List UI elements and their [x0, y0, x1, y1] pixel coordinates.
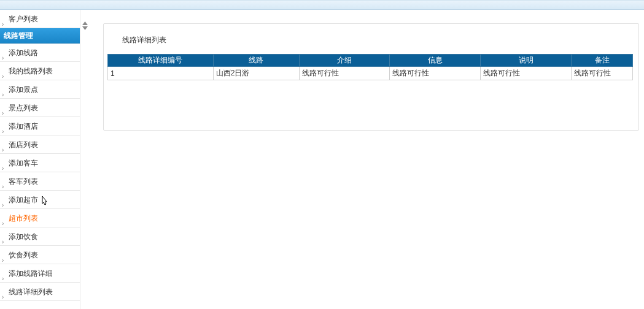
table-cell: 线路可行性 [572, 67, 633, 80]
table-header-3: 信息 [390, 55, 481, 67]
scroll-handle-icon[interactable] [82, 21, 88, 31]
chevron-right-icon: › [2, 251, 6, 255]
table-header-4: 说明 [481, 55, 572, 67]
sidebar-group-route-mgmt[interactable]: 线路管理 [0, 28, 80, 44]
sidebar-item-11[interactable]: ›饮食列表 [0, 246, 80, 264]
sidebar-item-4[interactable]: ›添加酒店 [0, 117, 80, 135]
panel-title: 线路详细列表 [104, 35, 638, 54]
sidebar-item-label: 添加线路详细 [9, 269, 53, 278]
table-header-0: 线路详细编号 [108, 55, 214, 67]
sidebar-item-label: 添加景点 [9, 85, 38, 94]
table-header-2: 介绍 [299, 55, 390, 67]
sidebar-item-10[interactable]: ›添加饮食 [0, 227, 80, 246]
app-page: › 客户列表 线路管理 ›添加线路›我的线路列表›添加景点›景点列表›添加酒店›… [0, 0, 644, 309]
sidebar-item-label: 添加饮食 [9, 232, 38, 241]
main-content: 线路详细列表 线路详细编号线路介绍信息说明备注 1山西2日游线路可行性线路可行性… [90, 10, 644, 309]
table-cell: 1 [108, 67, 214, 80]
chevron-right-icon: › [2, 288, 6, 292]
sidebar-item-label: 景点列表 [9, 104, 38, 112]
sidebar-item-8[interactable]: ›添加超市 [0, 191, 80, 209]
table-cell: 线路可行性 [390, 67, 481, 80]
table-cell: 山西2日游 [213, 67, 299, 80]
chevron-right-icon: › [2, 178, 6, 181]
sidebar-item-customer-list[interactable]: › 客户列表 [0, 10, 80, 28]
pane-divider [80, 10, 90, 309]
sidebar-item-label: 添加线路 [9, 48, 38, 57]
sidebar-item-label: 添加超市 [9, 196, 38, 204]
chevron-right-icon: › [2, 86, 6, 90]
sidebar-item-label: 客户列表 [9, 15, 38, 23]
chevron-right-icon: › [2, 49, 6, 53]
sidebar-item-label: 酒店列表 [9, 140, 38, 149]
sidebar-item-7[interactable]: ›客车列表 [0, 172, 80, 191]
chevron-right-icon: › [2, 215, 6, 218]
sidebar-item-9[interactable]: ›超市列表 [0, 209, 80, 227]
sidebar-item-12[interactable]: ›添加线路详细 [0, 264, 80, 283]
topbar [0, 1, 644, 10]
chevron-right-icon: › [2, 123, 6, 126]
table-header-5: 备注 [572, 55, 633, 67]
chevron-right-icon: › [2, 233, 6, 237]
chevron-right-icon: › [2, 159, 6, 163]
panel: 线路详细列表 线路详细编号线路介绍信息说明备注 1山西2日游线路可行性线路可行性… [103, 23, 639, 131]
sidebar-item-label: 客车列表 [9, 177, 38, 186]
sidebar-item-0[interactable]: ›添加线路 [0, 44, 80, 62]
sidebar-item-6[interactable]: ›添加客车 [0, 154, 80, 172]
table-row[interactable]: 1山西2日游线路可行性线路可行性线路可行性线路可行性 [108, 67, 633, 80]
sidebar-item-2[interactable]: ›添加景点 [0, 80, 80, 99]
sidebar-item-13[interactable]: ›线路详细列表 [0, 283, 80, 301]
sidebar-item-label: 添加酒店 [9, 122, 38, 131]
sidebar-item-label: 添加客车 [9, 159, 38, 167]
chevron-right-icon: › [2, 270, 6, 273]
sidebar-item-label: 线路详细列表 [9, 288, 53, 296]
table-header-1: 线路 [213, 55, 299, 67]
chevron-right-icon: › [2, 67, 6, 71]
sidebar-item-1[interactable]: ›我的线路列表 [0, 62, 80, 80]
table-cell: 线路可行性 [481, 67, 572, 80]
table-cell: 线路可行性 [299, 67, 390, 80]
chevron-right-icon: › [2, 196, 6, 200]
sidebar-item-label: 我的线路列表 [9, 67, 53, 75]
sidebar-item-label: 饮食列表 [9, 251, 38, 259]
route-detail-table: 线路详细编号线路介绍信息说明备注 1山西2日游线路可行性线路可行性线路可行性线路… [107, 54, 633, 80]
sidebar-item-label: 超市列表 [9, 214, 38, 223]
sidebar-item-5[interactable]: ›酒店列表 [0, 135, 80, 154]
chevron-right-icon: › [2, 141, 6, 145]
sidebar-group-label: 线路管理 [4, 31, 33, 40]
chevron-right-icon: › [2, 15, 6, 19]
sidebar: › 客户列表 线路管理 ›添加线路›我的线路列表›添加景点›景点列表›添加酒店›… [0, 10, 80, 309]
chevron-right-icon: › [2, 104, 6, 108]
sidebar-item-3[interactable]: ›景点列表 [0, 99, 80, 117]
